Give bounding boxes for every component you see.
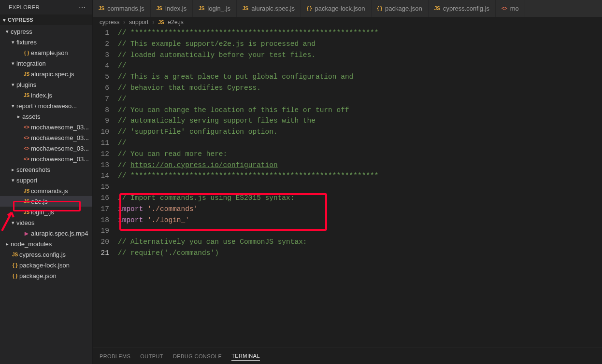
tree-item-label: package-lock.json — [19, 262, 70, 269]
breadcrumb-file[interactable]: e2e.js — [168, 19, 184, 26]
file-row[interactable]: ▶alurapic.spec.js.mp4 — [0, 228, 92, 238]
line-number: 19 — [93, 225, 109, 237]
code-line[interactable]: // This example support/e2e.js is proces… — [118, 39, 602, 50]
breadcrumb-part[interactable]: cypress — [100, 19, 119, 26]
editor-tab[interactable]: { }package-lock.json — [301, 0, 372, 17]
html-file-icon: <> — [22, 125, 31, 130]
tab-label: mo — [510, 5, 519, 12]
tree-item-label: cypress.config.js — [19, 251, 66, 258]
chevron-down-icon — [10, 220, 16, 226]
line-number: 21 — [93, 248, 109, 259]
js-file-icon: JS — [22, 188, 31, 194]
file-row[interactable]: <>mochawesome_03... — [0, 122, 92, 132]
code-line[interactable] — [118, 225, 602, 237]
code-line[interactable]: import './login_' — [118, 215, 602, 226]
folder-row[interactable]: support — [0, 175, 92, 185]
file-row[interactable]: { }package.json — [0, 270, 92, 281]
file-row[interactable]: { }package-lock.json — [0, 260, 92, 270]
code-line[interactable]: // *************************************… — [118, 28, 602, 39]
tree-item-label: mochawesome_03... — [31, 124, 89, 131]
panel-tab-terminal[interactable]: TERMINAL — [231, 353, 260, 361]
line-number: 17 — [93, 204, 109, 215]
code-line[interactable]: // 'supportFile' configuration option. — [118, 126, 602, 138]
tree-item-label: screenshots — [16, 166, 50, 173]
code-line[interactable] — [118, 182, 602, 193]
code-line[interactable]: // You can change the location of this f… — [118, 105, 602, 116]
file-row[interactable]: JSe2e.js — [0, 196, 92, 207]
code-line[interactable]: // — [118, 60, 602, 71]
tab-label: alurapic.spec.js — [251, 5, 295, 12]
json-file-icon: { } — [22, 50, 31, 56]
explorer-more-icon[interactable]: ⋯ — [79, 4, 86, 11]
file-row[interactable]: JSlogin_.js — [0, 207, 92, 217]
editor-tab[interactable]: JSalurapic.spec.js — [237, 0, 301, 17]
file-row[interactable]: JScommands.js — [0, 185, 92, 196]
code-editor[interactable]: 123456789101112131415161718192021 // ***… — [93, 28, 602, 348]
tab-label: package-lock.json — [315, 5, 365, 12]
js-file-icon: JS — [243, 6, 248, 11]
json-file-icon: { } — [307, 6, 312, 11]
json-file-icon: { } — [11, 273, 19, 279]
tree-item-label: assets — [22, 113, 41, 120]
code-line[interactable]: // You can read more here: — [118, 149, 602, 160]
panel-tab-problems[interactable]: PROBLEMS — [100, 353, 130, 359]
editor-tab[interactable]: JSlogin_.js — [193, 0, 237, 17]
html-file-icon: <> — [22, 146, 31, 151]
editor-area: JScommands.jsJSindex.jsJSlogin_.jsJSalur… — [93, 0, 602, 364]
editor-tab[interactable]: JScommands.js — [93, 0, 151, 17]
file-row[interactable]: { }example.json — [0, 47, 92, 58]
html-file-icon: <> — [22, 156, 31, 162]
folder-row[interactable]: fixtures — [0, 37, 92, 47]
html-file-icon: <> — [502, 6, 507, 11]
folder-row[interactable]: plugins — [0, 79, 92, 90]
breadcrumb: cypress › support › JS e2e.js — [93, 17, 602, 28]
panel-tab-debug-console[interactable]: DEBUG CONSOLE — [173, 353, 222, 359]
code-line[interactable]: // — [118, 138, 602, 149]
tree-item-label: cypress — [11, 28, 32, 35]
chevron-right-icon — [10, 167, 16, 173]
html-file-icon: <> — [22, 135, 31, 140]
tree-item-label: commands.js — [31, 187, 68, 195]
code-line[interactable]: // require('./commands') — [118, 248, 602, 259]
folder-row[interactable]: videos — [0, 217, 92, 228]
code-line[interactable]: // automatically serving support files w… — [118, 115, 602, 126]
editor-tab[interactable]: <>mo — [496, 0, 525, 17]
panel-tab-output[interactable]: OUTPUT — [140, 353, 163, 359]
project-section[interactable]: CYPRESS — [0, 14, 92, 25]
tree-item-label: mochawesome_03... — [31, 134, 89, 141]
editor-tab[interactable]: JSindex.js — [151, 0, 193, 17]
file-row[interactable]: <>mochawesome_03... — [0, 154, 92, 164]
file-row[interactable]: <>mochawesome_03... — [0, 143, 92, 154]
code-line[interactable]: // loaded automatically before your test… — [118, 50, 602, 61]
breadcrumb-part[interactable]: support — [129, 19, 148, 26]
code-line[interactable]: import './commands' — [118, 204, 602, 215]
folder-row[interactable]: screenshots — [0, 164, 92, 175]
code-line[interactable]: // Alternatively you can use CommonJS sy… — [118, 237, 602, 248]
file-row[interactable]: <>mochawesome_03... — [0, 132, 92, 143]
chevron-right-icon — [15, 113, 22, 120]
code-line[interactable]: // *************************************… — [118, 170, 602, 182]
code-line[interactable]: // This is a great place to put global c… — [118, 71, 602, 83]
file-row[interactable]: JSalurapic.spec.js — [0, 69, 92, 79]
chevron-down-icon — [1, 17, 8, 23]
chevron-down-icon — [10, 82, 16, 88]
tab-label: login_.js — [207, 5, 230, 12]
editor-tab[interactable]: JScypress.config.js — [429, 0, 496, 17]
code-line[interactable]: // — [118, 94, 602, 105]
folder-row[interactable]: node_modules — [0, 238, 92, 249]
folder-row[interactable]: cypress — [0, 26, 92, 37]
tree-item-label: node_modules — [11, 240, 52, 248]
file-row[interactable]: JScypress.config.js — [0, 249, 92, 260]
folder-row[interactable]: integration — [0, 58, 92, 69]
tree-item-label: integration — [16, 60, 46, 67]
code-lines[interactable]: // *************************************… — [118, 28, 602, 348]
folder-row[interactable]: report \ mochaweso... — [0, 100, 92, 111]
code-line[interactable]: // https://on.cypress.io/configuration — [118, 160, 602, 171]
tree-item-label: login_.js — [31, 209, 54, 216]
editor-tab[interactable]: { }package.json — [372, 0, 429, 17]
file-row[interactable]: JSindex.js — [0, 90, 92, 100]
code-line[interactable]: // Import commands.js using ES2015 synta… — [118, 193, 602, 204]
folder-row[interactable]: assets — [0, 111, 92, 122]
js-file-icon: JS — [22, 93, 31, 98]
code-line[interactable]: // behavior that modifies Cypress. — [118, 83, 602, 94]
